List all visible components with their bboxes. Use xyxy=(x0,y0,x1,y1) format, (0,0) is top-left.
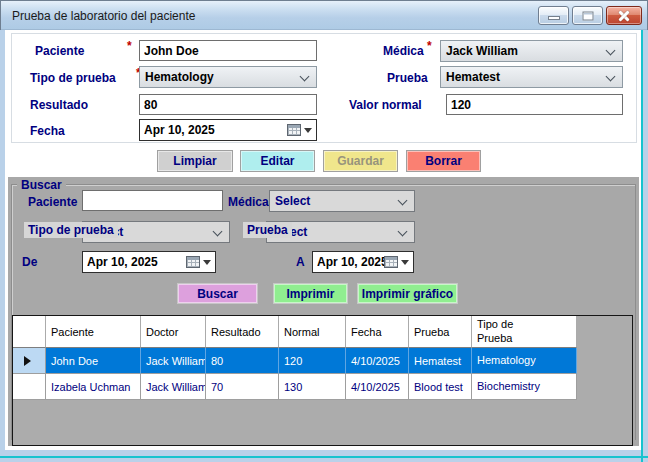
paciente-input[interactable] xyxy=(139,40,317,61)
prueba-value: Hematest xyxy=(446,70,606,84)
search-medica-label: Médica xyxy=(228,195,269,209)
chevron-down-icon xyxy=(300,73,309,82)
close-button[interactable] xyxy=(606,6,642,25)
search-a-label: A xyxy=(296,255,305,269)
medica-value: Jack William xyxy=(446,44,606,58)
required-asterisk: * xyxy=(427,39,432,53)
window-title: Prueba de laboratorio del paciente xyxy=(12,9,195,23)
search-paciente-label: Paciente xyxy=(28,195,77,209)
row-selector-cell[interactable] xyxy=(13,348,46,374)
grid-corner-cell[interactable] xyxy=(13,316,46,348)
column-header-tipo-de-prueba[interactable]: Tipo de Prueba xyxy=(472,316,577,348)
search-prueba-label: Prueba xyxy=(243,222,292,238)
borrar-button[interactable]: Borrar xyxy=(406,150,481,172)
valor-normal-input[interactable] xyxy=(446,94,623,115)
medica-combobox[interactable]: Jack William xyxy=(440,40,623,62)
grid-cell[interactable]: Jack William xyxy=(141,348,206,374)
valor-normal-label: Valor normal xyxy=(349,98,422,112)
guardar-button[interactable]: Guardar xyxy=(323,150,398,172)
grid-cell[interactable]: 120 xyxy=(279,348,346,374)
search-medica-combobox[interactable]: Select xyxy=(269,190,415,212)
editar-button[interactable]: Editar xyxy=(240,150,315,172)
grid-cell[interactable]: 70 xyxy=(206,374,279,400)
search-de-label: De xyxy=(22,255,37,269)
fecha-value: Apr 10, 2025 xyxy=(144,123,287,137)
dropdown-arrow-icon xyxy=(304,128,312,137)
grid-header-row: Paciente Doctor Resultado Normal Fecha P… xyxy=(13,316,577,348)
search-de-datepicker[interactable]: Apr 10, 2025 xyxy=(82,251,216,273)
row-selector-cell[interactable] xyxy=(13,374,46,400)
grid-row[interactable]: Izabela Uchman Jack William 70 130 4/10/… xyxy=(13,374,577,400)
calendar-grid-icon xyxy=(287,124,301,136)
minimize-button[interactable] xyxy=(538,6,569,25)
prueba-label: Prueba xyxy=(387,71,428,85)
imprimir-button[interactable]: Imprimir xyxy=(273,283,348,304)
chevron-down-icon xyxy=(213,228,222,237)
grid-cell[interactable]: Hematology xyxy=(472,348,577,374)
paciente-label: Paciente xyxy=(35,44,84,58)
window-edge-accent xyxy=(641,30,643,462)
column-header-fecha[interactable]: Fecha xyxy=(346,316,409,348)
column-header-paciente[interactable]: Paciente xyxy=(46,316,141,348)
results-grid: Paciente Doctor Resultado Normal Fecha P… xyxy=(12,315,633,446)
window-edge-accent xyxy=(0,456,648,458)
grid-cell[interactable]: 4/10/2025 xyxy=(346,374,409,400)
search-tipo-label: Tipo de prueba xyxy=(24,222,118,238)
tipo-de-prueba-combobox[interactable]: Hematology xyxy=(139,66,317,88)
grid-row-selected[interactable]: John Doe Jack William 80 120 4/10/2025 H… xyxy=(13,348,577,374)
grid-cell[interactable]: Blood test xyxy=(409,374,472,400)
tipo-de-prueba-label: Tipo de prueba xyxy=(30,71,116,85)
calendar-grid-icon xyxy=(186,256,200,268)
column-header-resultado[interactable]: Resultado xyxy=(206,316,279,348)
chevron-down-icon xyxy=(398,228,407,237)
required-asterisk: * xyxy=(127,39,132,53)
search-paciente-input[interactable] xyxy=(82,190,223,211)
limpiar-button[interactable]: Limpiar xyxy=(157,150,233,172)
search-a-value: Apr 10, 2025 xyxy=(317,255,384,269)
column-header-prueba[interactable]: Prueba xyxy=(409,316,472,348)
medica-label: Médica xyxy=(383,44,424,58)
maximize-button[interactable] xyxy=(572,6,603,25)
tipo-de-prueba-value: Hematology xyxy=(145,70,300,84)
column-header-normal[interactable]: Normal xyxy=(279,316,346,348)
imprimir-grafico-button[interactable]: Imprimir gráfico xyxy=(357,283,458,304)
column-header-doctor[interactable]: Doctor xyxy=(141,316,206,348)
title-bar[interactable]: Prueba de laboratorio del paciente xyxy=(1,1,647,30)
resultado-input[interactable] xyxy=(139,94,317,115)
search-medica-value: Select xyxy=(275,194,398,208)
right-triangle-icon xyxy=(24,356,31,366)
search-de-value: Apr 10, 2025 xyxy=(87,255,186,269)
dropdown-arrow-icon xyxy=(401,260,409,269)
minus-icon xyxy=(548,16,560,20)
window-frame-left xyxy=(0,30,5,462)
prueba-combobox[interactable]: Hematest xyxy=(440,66,623,88)
resultado-label: Resultado xyxy=(30,98,88,112)
chevron-down-icon xyxy=(398,197,407,206)
fecha-label: Fecha xyxy=(30,124,65,138)
buscar-button[interactable]: Buscar xyxy=(177,283,258,304)
chevron-down-icon xyxy=(606,73,615,82)
chevron-down-icon xyxy=(606,47,615,56)
fecha-datepicker[interactable]: Apr 10, 2025 xyxy=(139,119,317,141)
grid-cell[interactable]: Jack William xyxy=(141,374,206,400)
dropdown-arrow-icon xyxy=(203,260,211,269)
grid-cell[interactable]: 130 xyxy=(279,374,346,400)
grid-cell[interactable]: Hematest xyxy=(409,348,472,374)
grid-cell[interactable]: 80 xyxy=(206,348,279,374)
calendar-grid-icon xyxy=(384,256,398,268)
grid-cell[interactable]: Biochemistry xyxy=(472,374,577,400)
grid-cell[interactable]: Izabela Uchman xyxy=(46,374,141,400)
grid-cell[interactable]: John Doe xyxy=(46,348,141,374)
square-icon xyxy=(582,11,593,20)
grid-cell[interactable]: 4/10/2025 xyxy=(346,348,409,374)
buscar-groupbox-title: Buscar xyxy=(17,178,66,192)
app-window: Prueba de laboratorio del paciente Pacie… xyxy=(0,0,648,462)
search-a-datepicker[interactable]: Apr 10, 2025 xyxy=(312,251,414,273)
